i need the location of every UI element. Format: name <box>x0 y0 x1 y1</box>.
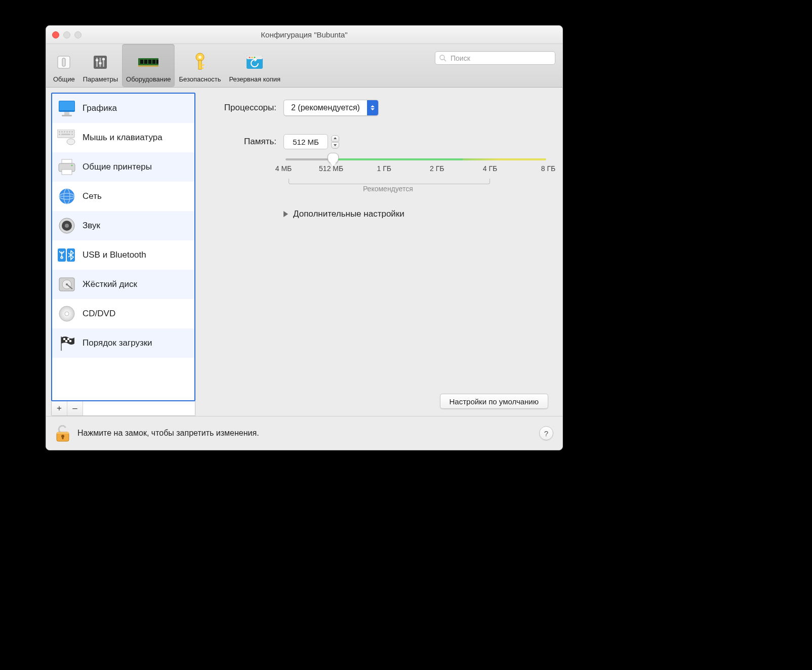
search-icon <box>439 55 446 62</box>
ram-icon <box>138 52 158 72</box>
processors-dropdown[interactable]: 2 (рекомендуется) <box>283 100 379 116</box>
svg-rect-33 <box>59 131 60 133</box>
svg-rect-68 <box>69 340 71 342</box>
svg-rect-70 <box>57 432 69 434</box>
tick-label: 4 ГБ <box>483 164 497 173</box>
harddisk-icon <box>57 275 76 294</box>
stepper-down[interactable] <box>331 142 339 149</box>
tick-label: 2 ГБ <box>430 164 444 173</box>
tick-label: 8 ГБ <box>541 164 555 173</box>
lock-footer: Нажмите на замок, чтобы запретить измене… <box>46 416 562 450</box>
svg-rect-37 <box>69 131 70 133</box>
svg-rect-19 <box>201 64 204 66</box>
toolbar-label: Общие <box>53 75 75 83</box>
sidebar-item-label: Порядок загрузки <box>83 338 152 348</box>
svg-rect-34 <box>61 131 63 133</box>
disclosure-triangle-icon <box>283 211 288 217</box>
recommended-range: Рекомендуется <box>283 179 548 194</box>
sidebar-add-button[interactable]: + <box>52 401 67 415</box>
disc-icon <box>57 304 76 323</box>
sidebar-footer: + – <box>51 401 195 416</box>
titlebar: Конфигурация "Bubunta" <box>46 26 562 44</box>
svg-rect-41 <box>71 134 73 135</box>
svg-rect-12 <box>148 60 151 64</box>
sidebar-item-label: CD/DVD <box>83 309 115 319</box>
sidebar-item-label: Жёсткий диск <box>83 279 137 289</box>
sidebar-item-graphics[interactable]: Графика <box>52 94 194 123</box>
toolbar: Общие Параметры Оборудование Безопасност… <box>46 44 562 88</box>
slider-ticks: 4 МБ 512 МБ 1 ГБ 2 ГБ 4 ГБ 8 ГБ <box>283 164 548 178</box>
advanced-label: Дополнительные настройки <box>293 209 404 219</box>
tick-label: 512 МБ <box>319 164 343 173</box>
lock-text: Нажмите на замок, чтобы запретить измене… <box>77 429 259 438</box>
key-icon <box>190 52 210 72</box>
toolbar-item-general[interactable]: Общие <box>49 44 79 87</box>
slider-track <box>286 158 546 160</box>
tick-label: 4 МБ <box>275 164 292 173</box>
sidebar-item-printers[interactable]: Общие принтеры <box>52 152 194 182</box>
toolbar-item-hardware[interactable]: Оборудование <box>122 44 175 87</box>
svg-rect-10 <box>140 60 143 64</box>
svg-rect-40 <box>61 134 70 135</box>
hardware-sidebar: Графика Мышь и клавиатура Общие принтеры… <box>51 93 195 401</box>
svg-point-17 <box>198 56 201 59</box>
toolbar-item-options[interactable]: Параметры <box>79 44 122 87</box>
svg-rect-13 <box>152 60 155 64</box>
svg-rect-1 <box>62 58 65 66</box>
svg-rect-36 <box>66 131 68 133</box>
svg-rect-45 <box>62 170 72 175</box>
svg-rect-35 <box>64 131 65 133</box>
svg-rect-72 <box>62 436 64 439</box>
memory-slider[interactable] <box>286 156 546 161</box>
sidebar-item-network[interactable]: Сеть <box>52 182 194 211</box>
sidebar-item-boot-order[interactable]: Порядок загрузки <box>52 328 194 358</box>
svg-rect-38 <box>71 131 73 133</box>
sidebar-item-usb-bluetooth[interactable]: USB и Bluetooth <box>52 240 194 270</box>
printer-icon <box>57 157 76 177</box>
search-input[interactable] <box>450 54 551 63</box>
sidebar-remove-button[interactable]: – <box>67 401 83 415</box>
sidebar-item-label: Звук <box>83 221 100 231</box>
svg-rect-29 <box>59 101 74 110</box>
toolbar-item-backup[interactable]: Резервная копия <box>225 44 285 87</box>
processors-label: Процессоры: <box>206 103 276 113</box>
svg-rect-66 <box>67 338 69 340</box>
svg-rect-39 <box>59 134 60 135</box>
svg-point-63 <box>65 312 69 316</box>
svg-point-53 <box>65 224 69 228</box>
advanced-settings-disclosure[interactable]: Дополнительные настройки <box>283 209 548 219</box>
toolbar-label: Параметры <box>83 75 118 83</box>
svg-rect-11 <box>144 60 147 64</box>
usb-bluetooth-icon <box>57 245 76 265</box>
svg-rect-6 <box>96 59 98 61</box>
sidebar-item-mouse-keyboard[interactable]: Мышь и клавиатура <box>52 123 194 152</box>
search-field[interactable] <box>435 51 555 65</box>
sidebar-item-cddvd[interactable]: CD/DVD <box>52 299 194 328</box>
window-body: Графика Мышь и клавиатура Общие принтеры… <box>46 88 562 416</box>
svg-point-42 <box>67 139 75 145</box>
slider-thumb[interactable] <box>328 153 339 164</box>
monitor-icon <box>57 99 76 118</box>
svg-rect-43 <box>62 159 72 163</box>
svg-rect-8 <box>102 58 105 60</box>
stepper-up[interactable] <box>331 135 339 142</box>
svg-line-27 <box>444 59 446 61</box>
speaker-icon <box>57 216 76 235</box>
sidebar-item-label: Мышь и клавиатура <box>83 133 163 143</box>
unlock-icon[interactable] <box>55 424 70 442</box>
svg-rect-67 <box>65 340 67 342</box>
dropdown-arrows-icon <box>367 100 378 115</box>
memory-field[interactable]: 512 МБ <box>283 134 328 149</box>
switch-icon <box>54 52 74 72</box>
sidebar-item-harddisk[interactable]: Жёсткий диск <box>52 270 194 299</box>
defaults-button[interactable]: Настройки по умолчанию <box>440 394 549 409</box>
sidebar-item-label: Графика <box>83 103 117 113</box>
memory-stepper[interactable] <box>331 135 339 149</box>
svg-rect-31 <box>62 115 72 116</box>
toolbar-item-security[interactable]: Безопасность <box>175 44 225 87</box>
help-button[interactable]: ? <box>539 426 553 440</box>
sidebar-item-sound[interactable]: Звук <box>52 211 194 240</box>
processors-value: 2 (рекомендуется) <box>284 100 367 115</box>
toolbar-label: Резервная копия <box>229 75 280 83</box>
svg-point-24 <box>252 57 253 58</box>
